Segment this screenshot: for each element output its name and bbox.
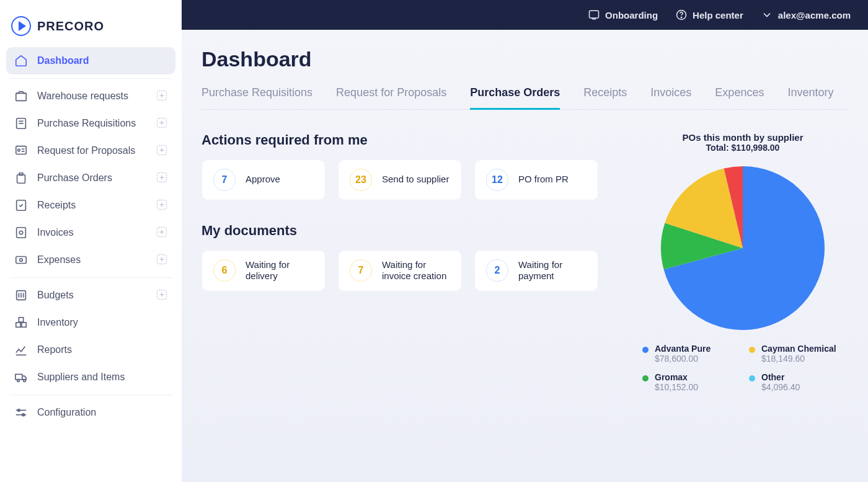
sidebar-item-inventory[interactable]: Inventory: [6, 309, 175, 336]
add-icon[interactable]: [156, 226, 169, 239]
inventory-icon: [14, 315, 29, 330]
card-waiting-for-invoice-creation[interactable]: 7Waiting for invoice creation: [338, 250, 462, 292]
legend-dot: [749, 375, 755, 382]
sidebar-item-label: Purchase Orders: [37, 172, 147, 184]
logo[interactable]: PRECORO: [6, 11, 175, 47]
tab-receipts[interactable]: Receipts: [583, 86, 627, 109]
legend-item-advanta-pure: Advanta Pure$78,600.00: [642, 344, 737, 364]
truck-icon: [14, 370, 29, 385]
legend-item-gromax: Gromax$10,152.00: [642, 372, 737, 392]
card-count: 12: [486, 169, 508, 191]
home-icon: [14, 53, 29, 68]
chevron-down-icon: [761, 9, 773, 21]
svg-point-25: [19, 231, 23, 234]
section-title-docs: My documents: [202, 223, 613, 239]
legend-value: $78,600.00: [655, 354, 711, 364]
sliders-icon: [14, 405, 29, 420]
warehouse-icon: [14, 89, 29, 104]
main: Onboarding Help center alex@acme.com Das…: [182, 0, 868, 482]
legend-value: $4,096.40: [761, 382, 800, 392]
chart-subtitle: Total: $110,998.00: [637, 143, 848, 153]
card-count: 6: [213, 259, 236, 282]
legend-name: Cayman Chemical: [761, 344, 836, 354]
svg-point-53: [681, 17, 681, 18]
po-icon: [14, 171, 29, 185]
sidebar-item-label: Purchase Requisitions: [37, 118, 147, 129]
add-icon[interactable]: [156, 117, 169, 130]
svg-point-30: [20, 259, 23, 262]
sidebar-item-reports[interactable]: Reports: [6, 336, 175, 364]
tab-inventory[interactable]: Inventory: [787, 86, 833, 109]
legend-dot: [642, 375, 649, 382]
svg-rect-43: [19, 318, 23, 322]
card-send-to-supplier[interactable]: 23Send to supplier: [338, 159, 462, 200]
card-waiting-for-payment[interactable]: 2Waiting for payment: [474, 250, 598, 292]
topbar: Onboarding Help center alex@acme.com: [182, 0, 868, 30]
svg-rect-42: [22, 323, 26, 327]
card-count: 2: [486, 259, 508, 282]
sidebar-divider: [10, 277, 172, 278]
svg-rect-24: [17, 228, 26, 238]
section-title-actions: Actions required from me: [202, 132, 613, 148]
pie-chart: [660, 165, 826, 331]
page-title: Dashboard: [202, 47, 848, 71]
legend-name: Other: [761, 372, 800, 382]
legend-value: $10,152.00: [655, 382, 698, 392]
chart-panel: POs this month by supplier Total: $110,9…: [637, 132, 848, 392]
sidebar-item-request-for-proposals[interactable]: Request for Proposals: [6, 137, 175, 164]
sidebar-item-expenses[interactable]: Expenses: [6, 246, 175, 274]
add-icon[interactable]: [156, 89, 169, 103]
legend-name: Gromax: [655, 372, 698, 382]
add-icon[interactable]: [156, 144, 169, 158]
help-icon: [675, 9, 688, 21]
add-icon[interactable]: [156, 171, 169, 185]
sidebar-item-label: Configuration: [37, 407, 169, 418]
sidebar-item-label: Reports: [37, 344, 169, 355]
sidebar-item-label: Expenses: [37, 254, 147, 266]
topbar-help[interactable]: Help center: [675, 9, 743, 21]
card-waiting-for-delivery[interactable]: 6Waiting for delivery: [202, 250, 326, 292]
add-icon[interactable]: [156, 288, 169, 302]
rfp-icon: [14, 143, 29, 158]
tab-purchase-orders[interactable]: Purchase Orders: [470, 86, 560, 110]
add-icon[interactable]: [156, 253, 169, 267]
sidebar-item-receipts[interactable]: Receipts: [6, 192, 175, 219]
tab-request-for-proposals[interactable]: Request for Proposals: [336, 86, 446, 109]
tab-expences[interactable]: Expences: [715, 86, 764, 109]
legend-item-cayman-chemical: Cayman Chemical$18,149.60: [749, 344, 843, 364]
legend-name: Advanta Pure: [655, 344, 711, 354]
svg-rect-1: [16, 93, 27, 100]
tab-invoices[interactable]: Invoices: [650, 86, 691, 109]
card-count: 7: [350, 259, 372, 282]
sidebar-item-suppliers-and-items[interactable]: Suppliers and Items: [6, 364, 175, 391]
sidebar-item-purchase-requisitions[interactable]: Purchase Requisitions: [6, 110, 175, 137]
card-approve[interactable]: 7Approve: [202, 159, 326, 200]
expense-icon: [14, 252, 29, 267]
svg-rect-41: [16, 323, 20, 327]
logo-icon: [11, 16, 31, 36]
sidebar-item-purchase-orders[interactable]: Purchase Orders: [6, 164, 175, 192]
tabs: Purchase RequisitionsRequest for Proposa…: [202, 86, 848, 110]
topbar-user-email: alex@acme.com: [778, 10, 851, 20]
onboarding-icon: [588, 9, 600, 21]
sidebar-item-budgets[interactable]: Budgets: [6, 282, 175, 309]
tab-purchase-requisitions[interactable]: Purchase Requisitions: [202, 86, 312, 109]
legend-item-other: Other$4,096.40: [749, 372, 843, 392]
invoice-icon: [14, 225, 29, 240]
card-label: Approve: [246, 174, 280, 185]
svg-point-12: [18, 149, 20, 151]
sidebar-item-warehouse-requests[interactable]: Warehouse requests: [6, 83, 175, 110]
sidebar-item-configuration[interactable]: Configuration: [6, 399, 175, 426]
sidebar-item-dashboard[interactable]: Dashboard: [6, 47, 175, 74]
topbar-onboarding[interactable]: Onboarding: [588, 9, 658, 21]
cards-docs: 6Waiting for delivery7Waiting for invoic…: [202, 250, 613, 292]
card-po-from-pr[interactable]: 12PO from PR: [474, 159, 598, 200]
add-icon[interactable]: [156, 199, 169, 212]
sidebar-item-invoices[interactable]: Invoices: [6, 219, 175, 246]
budget-icon: [14, 288, 29, 303]
sidebar-item-label: Inventory: [37, 317, 169, 328]
topbar-user-menu[interactable]: alex@acme.com: [761, 9, 851, 21]
sidebar-divider: [10, 395, 172, 395]
sidebar-item-label: Budgets: [37, 290, 147, 301]
svg-point-46: [24, 380, 26, 382]
